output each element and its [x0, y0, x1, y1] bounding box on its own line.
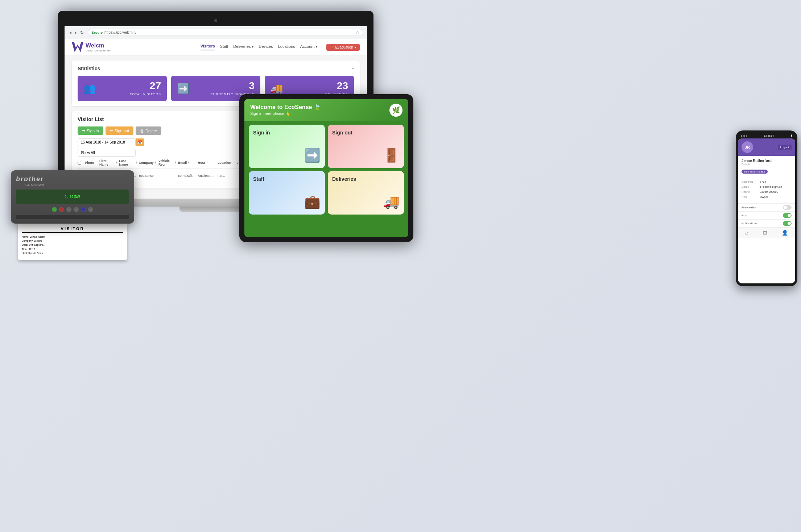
url-text: https://app.welcm.ly: [104, 30, 136, 34]
firewarden-toggle[interactable]: [783, 205, 792, 210]
label-host: Host: Kerstin Shap...: [22, 251, 123, 255]
evacuation-button[interactable]: 🚶 Evacuation ▾: [326, 44, 360, 51]
bookmark-icon[interactable]: ☆: [356, 30, 359, 35]
col-company[interactable]: Company ⇕: [139, 161, 157, 165]
welcm-logo-icon: [72, 42, 83, 52]
browser-nav-icons: ◂ ▸ ↻: [68, 29, 85, 36]
tablet-staff-tile[interactable]: Staff 💼: [249, 171, 325, 215]
tablet-header: Welcome to EcoSense 🍃 Sign in here pleas…: [244, 99, 408, 121]
back-icon[interactable]: ◂: [68, 29, 73, 36]
notifications-label: Notifications: [742, 222, 757, 225]
total-visitors-label: TOTAL VISITORS: [130, 92, 161, 96]
host-label: Host: [742, 214, 747, 217]
mobile-app-header: JR Logout: [738, 138, 795, 156]
date-range-input[interactable]: [78, 138, 136, 146]
mobile-detail-phone: Phone 03069 990000: [742, 190, 792, 194]
mobile-nav-home[interactable]: ⌂: [745, 230, 748, 236]
show-all-select[interactable]: Show All: [78, 149, 136, 157]
host-sort-icon: ⇕: [206, 161, 208, 164]
sign-in-icon: ➡: [82, 128, 85, 133]
printer-cut-button[interactable]: [74, 207, 79, 212]
staff-pin-label: Staff PIN: [742, 180, 760, 183]
label-date: Date: 14th Septem...: [22, 243, 123, 247]
col-first-name[interactable]: First Name ⇕: [99, 159, 117, 166]
host-toggle[interactable]: [783, 213, 792, 218]
calendar-icon[interactable]: 📅: [136, 138, 144, 146]
col-host[interactable]: Host ⇕: [198, 161, 216, 165]
printer-wifi-button[interactable]: [81, 207, 86, 212]
forward-icon[interactable]: ▸: [74, 29, 78, 36]
logo-subtitle-text: Visitor Management: [86, 49, 111, 52]
sign-out-button[interactable]: ↩ Sign out: [106, 126, 133, 135]
mobile-username: Jenae Rutherford: [742, 159, 792, 163]
staff-pin-value: 6794: [760, 180, 766, 183]
nav-account[interactable]: Account ▾: [300, 44, 318, 50]
printer-feed-button[interactable]: [66, 207, 71, 212]
nav-locations[interactable]: Locations: [278, 44, 295, 50]
deliveries-stat-icon: 🚚: [271, 83, 283, 95]
nav-deliveries[interactable]: Deliveries ▾: [233, 44, 253, 50]
evacuation-icon: 🚶: [330, 45, 334, 49]
btn-group-left: ➡ Sign in ↩ Sign out 🗑 Delete: [78, 126, 161, 135]
nav-devices[interactable]: Devices: [259, 44, 273, 50]
tablet-welcome-sub: Sign in here please 👆: [250, 111, 321, 116]
account-chevron-icon: ▾: [315, 44, 318, 49]
tablet-sign-out-label: Sign out: [332, 130, 400, 136]
phone-value: 03069 990000: [760, 190, 778, 194]
firewarden-label: Firewarden: [742, 206, 756, 209]
stat-signed-in-right: 3 CURRENTLY SIGNED IN: [210, 81, 255, 96]
printer-top-row: brother GL-820NWB: [16, 175, 129, 187]
col-last-name[interactable]: Last Name ⇕: [119, 159, 137, 166]
col-email[interactable]: Email ⇕: [178, 161, 196, 165]
stat-deliveries-right: 23 DELIVERIES: [325, 81, 348, 96]
company-sort-icon: ⇕: [154, 161, 157, 164]
signed-in-icon: ➡️: [177, 83, 190, 95]
nav-staff[interactable]: Staff: [220, 44, 228, 50]
mobile-toggle-host: Host: [738, 211, 795, 219]
printer-cancel-button[interactable]: [59, 207, 64, 212]
label-visitor-text: VISITOR: [22, 226, 123, 233]
col-photo: Photo: [85, 161, 98, 165]
select-all-checkbox[interactable]: [78, 161, 81, 165]
mobile-status-bar: ●●●● 13:36:54 ▮: [738, 133, 795, 138]
tablet-staff-label: Staff: [253, 176, 321, 182]
logo-area: Welcm Visitor Management: [72, 42, 111, 52]
mobile-screen: JR Logout Jenae Rutherford Delight Staff…: [738, 138, 795, 283]
tablet-sign-out-tile[interactable]: Sign out 🚪: [328, 125, 404, 168]
mobile-nav-grid[interactable]: ⊞: [763, 230, 767, 236]
printer-ok-button[interactable]: [88, 207, 93, 212]
stat-total-visitors: 👥 27 TOTAL VISITORS: [78, 76, 167, 101]
vehicle-sort-icon: ⇕: [174, 161, 177, 164]
refresh-icon[interactable]: ↻: [79, 29, 85, 36]
chevron-down-icon: ▾: [252, 44, 254, 49]
col-vehicle-reg[interactable]: Vehicle Reg ⇕: [158, 159, 177, 166]
tablet-welcome: Welcome to EcoSense 🍃 Sign in here pleas…: [250, 104, 321, 116]
printer-device: brother GL-820NWB QL-820NWB VISITOR Name…: [11, 170, 134, 260]
tablet-sign-in-tile[interactable]: Sign in ➡️: [249, 125, 325, 168]
label-time: Time: 12:10: [22, 247, 123, 251]
mobile-nav-person[interactable]: 👤: [782, 230, 788, 236]
printer-brand-area: brother GL-820NWB: [16, 175, 44, 187]
first-name-sort-icon: ⇕: [115, 161, 117, 164]
tablet-deliveries-tile[interactable]: Deliveries 🚚: [328, 171, 404, 215]
email-value: jr+del@delight.ca: [760, 185, 782, 188]
address-bar[interactable]: Secure https://app.welcm.ly ☆: [88, 29, 363, 36]
row-host: Analiese Mozz...: [198, 174, 216, 178]
mobile-logout-button[interactable]: Logout: [778, 145, 792, 150]
sign-in-button[interactable]: ➡ Sign in: [78, 126, 103, 135]
nav-visitors[interactable]: Visitors: [201, 44, 215, 50]
mobile-device: ●●●● 13:36:54 ▮ JR Logout Jenae Rutherfo…: [736, 130, 797, 286]
statistics-header: Statistics −: [78, 66, 354, 71]
col-location[interactable]: Location: [218, 161, 236, 165]
phone-label: Phone: [742, 190, 760, 194]
tablet-device: Welcome to EcoSense 🍃 Sign in here pleas…: [239, 94, 413, 242]
show-all-wrap: Show All: [78, 149, 144, 157]
visitors-icon: 👥: [83, 83, 96, 95]
statistics-collapse[interactable]: −: [351, 66, 354, 71]
total-visitors-number: 27: [130, 81, 161, 91]
printer-power-button[interactable]: [52, 207, 57, 212]
trash-icon: 🗑: [140, 129, 144, 133]
delete-button[interactable]: 🗑 Delete: [136, 126, 161, 135]
logo-text-area: Welcm Visitor Management: [86, 42, 111, 52]
notifications-toggle[interactable]: [783, 221, 792, 226]
